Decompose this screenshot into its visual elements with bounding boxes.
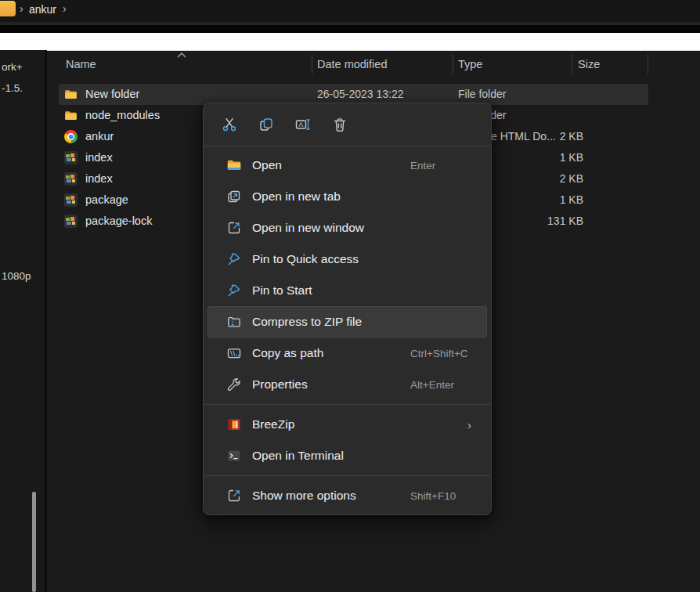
menu-item-shortcut: Alt+Enter (410, 379, 454, 391)
show-more-icon (226, 488, 242, 504)
pane-divider[interactable] (45, 50, 47, 592)
file-name: package (85, 193, 128, 206)
file-name: New folder (85, 88, 139, 100)
menu-item-open-in-new-window[interactable]: Open in new window (207, 212, 487, 244)
folder-icon (64, 109, 78, 122)
menu-item-open-in-terminal[interactable]: Open in Terminal (207, 440, 487, 471)
menu-item-label: BreeZip (252, 417, 294, 431)
file-size: 1 KB (560, 151, 583, 164)
delete-icon[interactable] (326, 110, 354, 139)
file-icon (64, 193, 78, 207)
zip-folder-icon (226, 314, 242, 330)
menu-item-shortcut: Enter (410, 160, 435, 171)
column-separator[interactable] (312, 54, 312, 74)
menu-item-open[interactable]: Open Enter (207, 150, 487, 181)
menu-item-pin-to-quick-access[interactable]: Pin to Quick access (207, 244, 487, 275)
file-date: 26-05-2023 13:22 (317, 88, 404, 100)
terminal-icon (226, 448, 242, 464)
file-explorer-window: › ankur › ork+ -1.5. 1080p Name Date mod… (0, 0, 700, 592)
context-menu-toolbar: A (204, 103, 491, 146)
menu-item-label: Compress to ZIP file (252, 315, 362, 329)
menu-item-compress-to-zip[interactable]: Compress to ZIP file (207, 306, 487, 338)
menu-item-label: Open in Terminal (252, 449, 344, 463)
file-icon (64, 215, 78, 228)
context-menu-items: Open Enter Open in new tab (204, 146, 491, 511)
menu-item-open-in-new-tab[interactable]: Open in new tab (207, 181, 487, 212)
menu-item-copy-as-path[interactable]: Copy as path Ctrl+Shift+C (207, 338, 487, 369)
file-type: File folder (458, 88, 506, 100)
chevron-right-icon[interactable]: › (63, 2, 67, 15)
file-name: package-lock (85, 215, 152, 227)
open-folder-icon (226, 157, 242, 173)
file-size: 2 KB (560, 172, 583, 185)
column-separator[interactable] (453, 54, 453, 74)
chevron-right-icon: › (20, 2, 23, 15)
menu-item-breezip[interactable]: BreeZip › (207, 409, 487, 440)
sidebar-item-clipped[interactable]: -1.5. (2, 82, 23, 94)
menu-item-label: Properties (252, 377, 308, 392)
file-row-new-folder[interactable]: New folder 26-05-2023 13:22 File folder (59, 84, 648, 105)
column-header-type[interactable]: Type (458, 50, 482, 78)
sort-ascending-icon (175, 50, 188, 60)
window-band (0, 25, 700, 33)
open-new-window-icon (226, 220, 242, 236)
breezip-icon (226, 417, 242, 432)
file-name: index (85, 151, 113, 164)
breadcrumb-item-ankur[interactable]: ankur (29, 3, 56, 16)
file-name: ankur (85, 130, 114, 143)
menu-item-label: Pin to Quick access (252, 252, 359, 266)
pin-icon (226, 283, 242, 298)
file-icon (64, 172, 78, 186)
column-header-size[interactable]: Size (578, 50, 600, 78)
file-size: 131 KB (547, 215, 583, 227)
menu-item-shortcut: Shift+F10 (410, 490, 456, 502)
sidebar-item-clipped[interactable]: 1080p (2, 270, 31, 282)
sidebar-item-clipped[interactable]: ork+ (2, 61, 23, 73)
menu-item-label: Show more options (252, 489, 356, 503)
copy-icon[interactable] (252, 110, 280, 139)
copy-path-icon (226, 345, 242, 361)
breadcrumb: › ankur › (0, 0, 700, 22)
column-separator[interactable] (572, 54, 572, 74)
pin-icon (226, 251, 242, 267)
folder-icon (64, 88, 78, 101)
file-name: index (85, 172, 113, 185)
menu-item-label: Open (252, 158, 282, 172)
menu-item-label: Open in new tab (252, 190, 341, 204)
chrome-icon (64, 130, 78, 143)
command-bar-band (0, 33, 700, 51)
menu-item-show-more-options[interactable]: Show more options Shift+F10 (207, 480, 487, 511)
submenu-chevron-icon: › (467, 418, 471, 431)
navigation-pane: ork+ -1.5. 1080p (0, 50, 45, 592)
menu-separator (204, 404, 490, 405)
column-header-name[interactable]: Name (66, 50, 96, 78)
cut-icon[interactable] (215, 110, 244, 139)
menu-separator (204, 475, 490, 476)
file-size: 1 KB (560, 193, 583, 206)
menu-item-label: Copy as path (252, 346, 323, 360)
folder-icon[interactable] (0, 1, 16, 16)
file-name: node_modules (85, 109, 160, 121)
context-menu: A Open Enter (203, 103, 492, 515)
file-icon (64, 151, 78, 164)
menu-item-label: Open in new window (252, 221, 364, 235)
menu-item-pin-to-start[interactable]: Pin to Start (207, 275, 487, 306)
menu-item-label: Pin to Start (252, 283, 312, 298)
open-new-tab-icon (226, 189, 242, 204)
wrench-icon (226, 377, 242, 392)
file-size: 2 KB (560, 130, 583, 143)
menu-item-properties[interactable]: Properties Alt+Enter (207, 369, 487, 400)
menu-item-shortcut: Ctrl+Shift+C (410, 348, 468, 359)
column-separator[interactable] (648, 54, 648, 74)
vertical-scrollbar[interactable] (32, 492, 36, 592)
column-header-date-modified[interactable]: Date modified (317, 50, 387, 78)
svg-text:A: A (299, 121, 304, 128)
rename-icon[interactable]: A (289, 110, 317, 139)
